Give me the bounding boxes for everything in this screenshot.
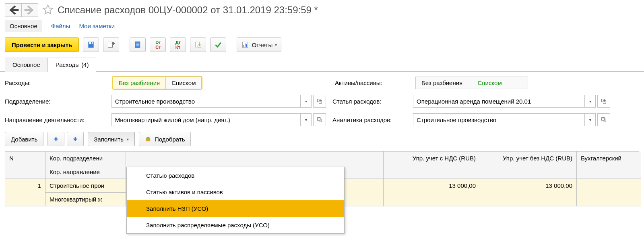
section-files[interactable]: Файлы — [51, 23, 70, 29]
seg-assets-list[interactable]: Списком — [472, 77, 528, 89]
post-and-close-label: Провести и закрыть — [12, 42, 72, 48]
activity-open[interactable] — [313, 113, 326, 126]
cell-num[interactable]: 1 — [5, 179, 45, 206]
fill-label: Заполнить — [94, 136, 124, 143]
svg-rect-18 — [146, 139, 151, 141]
col-corr-dir: Кор. направление — [45, 165, 126, 179]
col-upr-vat: Упр. учет с НДС (RUB) — [384, 152, 480, 179]
page-title: Списание расходов 00ЦУ-000002 от 31.01.2… — [58, 4, 318, 16]
col-corr-dept: Кор. подразделени — [45, 152, 126, 165]
label-department: Подразделение: — [5, 98, 105, 105]
pick-button[interactable]: Подобрать — [139, 132, 191, 146]
label-analytics: Аналитика расходов: — [332, 116, 407, 123]
assets-mode-toggle[interactable]: Без разбиения Списком — [415, 77, 528, 89]
tab-expenses[interactable]: Расходы (4) — [48, 58, 97, 72]
dt-kt-button[interactable]: ДтКт — [170, 37, 186, 52]
dropdown-caret-icon: ▾ — [127, 137, 129, 141]
menu-expense-item[interactable]: Статью расходов — [127, 167, 344, 184]
department-dropdown[interactable]: ▾ — [301, 95, 312, 108]
reports-label: Отчеты — [252, 42, 272, 48]
structure-button[interactable] — [130, 37, 146, 52]
seg-list[interactable]: Списком — [166, 77, 202, 89]
col-upr-novat: Упр. учет без НДС (RUB) — [480, 152, 577, 179]
cell-accounting[interactable] — [577, 179, 641, 206]
col-n: N — [5, 152, 45, 179]
post-button[interactable] — [103, 37, 119, 52]
svg-rect-12 — [245, 44, 246, 47]
svg-rect-3 — [108, 42, 113, 47]
department-open[interactable] — [313, 95, 326, 108]
analytics-dropdown[interactable]: ▾ — [585, 113, 596, 126]
department-field[interactable]: Строительное производство — [111, 95, 301, 108]
menu-assets-item[interactable]: Статью активов и пассивов — [127, 184, 344, 200]
svg-rect-11 — [244, 45, 244, 47]
analytics-field[interactable]: Строительное производство — [413, 113, 585, 126]
favorite-star-icon[interactable] — [42, 4, 54, 17]
fill-dropdown-menu: Статью расходов Статью активов и пассиво… — [126, 167, 345, 211]
section-main[interactable]: Основное — [5, 20, 42, 32]
linked-docs-button[interactable] — [190, 37, 206, 52]
cell-upr-novat[interactable]: 13 000,00 — [480, 179, 577, 206]
move-up-button[interactable] — [47, 132, 64, 146]
seg-assets-no-split[interactable]: Без разбиения — [415, 77, 472, 89]
col-accounting: Бухгалтерский — [577, 152, 641, 179]
section-notes[interactable]: Мои заметки — [79, 23, 115, 29]
fill-button[interactable]: Заполнить ▾ — [88, 132, 135, 146]
cell-dept[interactable]: Строительное прои — [45, 179, 126, 193]
label-activity: Направление деятельности: — [5, 116, 105, 123]
dr-cr-button[interactable]: DrCr — [150, 37, 166, 52]
add-row-button[interactable]: Добавить — [5, 132, 43, 146]
reports-button[interactable]: Отчеты ▾ — [237, 37, 281, 52]
svg-rect-2 — [91, 42, 92, 44]
add-label: Добавить — [11, 136, 37, 143]
cell-upr-vat[interactable]: 13 000,00 — [384, 179, 480, 206]
post-and-close-button[interactable]: Провести и закрыть — [5, 37, 79, 52]
approve-button[interactable] — [210, 37, 226, 52]
activity-field[interactable]: Многоквартирый жилой дом (напр. деят.) — [111, 113, 301, 126]
menu-fill-wip[interactable]: Заполнить НЗП (УСО) — [127, 200, 344, 211]
label-assets: Активы/пассивы: — [335, 79, 409, 86]
cell-dir[interactable]: Многоквартирый ж — [45, 193, 126, 206]
expenses-mode-toggle[interactable]: Без разбиения Списком — [113, 77, 202, 89]
pick-label: Подобрать — [155, 136, 185, 143]
tab-main[interactable]: Основное — [5, 58, 48, 72]
label-expenses: Расходы: — [5, 79, 106, 86]
nav-back-button[interactable] — [5, 3, 22, 17]
move-down-button[interactable] — [67, 132, 84, 146]
expense-item-dropdown[interactable]: ▾ — [585, 95, 596, 108]
save-button[interactable] — [83, 37, 99, 52]
expense-item-open[interactable] — [597, 95, 610, 108]
activity-dropdown[interactable]: ▾ — [301, 113, 312, 126]
label-expense-item: Статья расходов: — [332, 98, 407, 105]
analytics-open[interactable] — [597, 113, 610, 126]
svg-rect-13 — [246, 44, 247, 47]
expense-item-field[interactable]: Операционная аренда помещений 20.01 — [413, 95, 585, 108]
dropdown-caret-icon: ▾ — [275, 43, 277, 47]
seg-no-split[interactable]: Без разбиения — [113, 77, 166, 89]
svg-rect-4 — [136, 42, 140, 48]
nav-forward-button[interactable] — [22, 3, 38, 17]
